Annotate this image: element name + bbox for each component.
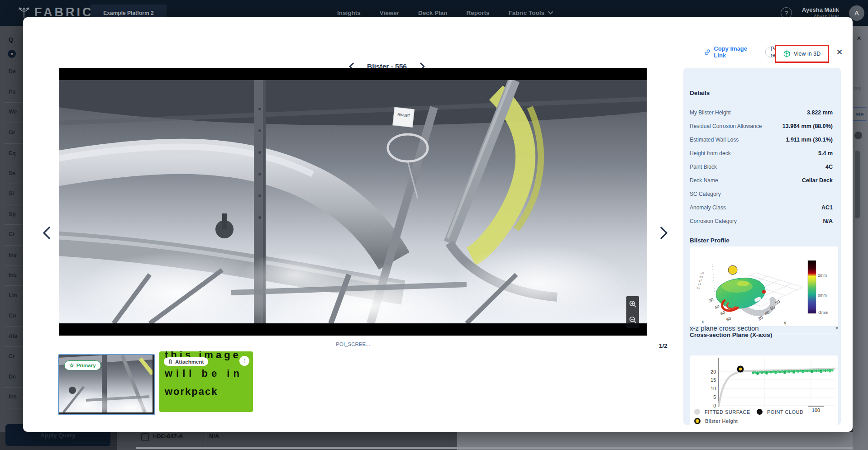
- svg-text:5: 5: [713, 394, 716, 400]
- colorbar-label: -2mm: [818, 310, 828, 315]
- sidebar-item[interactable]: Ci: [9, 231, 14, 237]
- svg-text:20: 20: [708, 297, 715, 303]
- primary-badge: ☆ Primary: [64, 360, 101, 370]
- table-row-id[interactable]: I-DC-647-A: [153, 433, 183, 440]
- sidebar-header: Q: [9, 36, 13, 43]
- user-name: Ayesha Malik: [802, 6, 839, 14]
- svg-text:15: 15: [711, 377, 716, 383]
- svg-text:10: 10: [711, 386, 716, 391]
- detail-value: 4C: [825, 164, 833, 170]
- svg-text:4.0: 4.0: [700, 272, 704, 275]
- colorbar-label: 2mm: [818, 273, 827, 278]
- detail-label: Height from deck: [690, 150, 731, 156]
- svg-text:0: 0: [713, 403, 716, 408]
- previous-image-button[interactable]: [42, 226, 52, 240]
- sidebar-item[interactable]: Cr: [9, 353, 15, 360]
- detail-label: Residual Corrosion Allowance: [690, 123, 762, 129]
- sidebar-item[interactable]: Ins: [9, 393, 17, 400]
- sidebar-item[interactable]: Ins: [9, 272, 17, 278]
- sidebar-item[interactable]: Co: [9, 313, 16, 319]
- background-sidebar: Q × De Pa We Gr Eq Se Si Sp Ci Ins Ins L…: [0, 26, 23, 450]
- svg-text:80: 80: [725, 316, 732, 322]
- row-checkbox[interactable]: [141, 433, 149, 441]
- image-page-indicator: 1/2: [659, 342, 668, 349]
- sidebar-item[interactable]: Gr: [9, 129, 15, 136]
- copy-image-link-button[interactable]: Copy Image Link: [704, 45, 759, 59]
- sidebar-item[interactable]: Ins: [9, 252, 17, 258]
- cross-section-plane-dropdown[interactable]: x-z plane cross section ▾: [690, 322, 838, 334]
- zoom-out-icon[interactable]: [629, 316, 637, 324]
- thumbnail-attachment[interactable]: this image will be in workpack Attachmen…: [159, 351, 253, 412]
- selected-plane: x-z plane cross section: [690, 324, 759, 332]
- svg-text:1.0: 1.0: [697, 283, 701, 286]
- legend-fitted-surface: FITTED SURFACE: [694, 409, 750, 415]
- nav-insights[interactable]: Insights: [337, 9, 361, 16]
- detail-value: 5.4 m: [818, 150, 833, 156]
- nav-viewer[interactable]: Viewer: [380, 9, 399, 16]
- detail-label: SC Category: [690, 191, 721, 197]
- detail-value: Cellar Deck: [802, 177, 833, 184]
- table-row-value: N/A: [209, 433, 219, 440]
- svg-text:2.0: 2.0: [698, 279, 702, 282]
- blister-detail-modal: Blister - 556 Copy Image Link Pending re…: [23, 17, 853, 432]
- background-table-strip: Apply Query I-DC-647-A N/A: [0, 432, 868, 450]
- detail-value: N/A: [823, 218, 833, 224]
- horizontal-scrollbar[interactable]: [136, 447, 860, 449]
- detail-value: 1.911 mm (30.1%): [786, 137, 833, 143]
- clear-filter-badge[interactable]: ×: [8, 50, 16, 58]
- background-right-edge: × cop ate: [853, 26, 868, 450]
- colorbar-label: 0mm: [818, 293, 827, 298]
- chevron-down-icon: [548, 11, 553, 14]
- close-modal-button[interactable]: ×: [836, 47, 843, 57]
- background-toggle-knob[interactable]: [854, 132, 862, 139]
- sidebar-item[interactable]: Pa: [9, 89, 15, 95]
- detail-label: Estimated Wall Loss: [690, 137, 739, 143]
- paperclip-icon: [168, 359, 173, 365]
- sidebar-item[interactable]: De: [9, 374, 16, 380]
- thumbnail-options-button[interactable]: ⋮: [239, 356, 249, 366]
- sidebar-item[interactable]: De: [9, 68, 16, 75]
- main-photo: RINJET: [59, 80, 647, 323]
- detail-value: 13.964 mm (88.0%): [782, 123, 833, 129]
- sidebar-item[interactable]: Sp: [9, 211, 16, 217]
- detail-value: 3.822 mm: [807, 109, 833, 116]
- legend-point-cloud: POINT CLOUD: [757, 409, 803, 415]
- cross-section-plot: 20 15 10 5 0: [690, 355, 838, 428]
- vertical-scrollbar[interactable]: [855, 151, 860, 218]
- blister-profile-chart[interactable]: 4.03.0 2.01.0 0.0 20: [690, 246, 838, 326]
- blister-profile-plot: 4.03.0 2.01.0 0.0 20: [690, 246, 838, 326]
- detail-label: Deck Name: [690, 177, 718, 184]
- rinjet-tag: RINJET: [393, 107, 415, 127]
- thumbnail-primary[interactable]: ☆ Primary: [58, 354, 155, 415]
- sidebar-item[interactable]: Si: [9, 190, 14, 197]
- svg-text:40: 40: [714, 303, 720, 310]
- nav-reports[interactable]: Reports: [467, 9, 490, 16]
- main-photo-viewport[interactable]: RINJET: [59, 68, 647, 336]
- details-panel: Details My Blister Height3.822 mm Residu…: [683, 68, 841, 425]
- fitted-surface-swatch: [694, 409, 700, 415]
- nav-fabric-tools[interactable]: Fabric Tools: [509, 9, 553, 16]
- sidebar-item[interactable]: Eq: [9, 150, 16, 156]
- blister-profile-heading: Blister Profile: [690, 237, 730, 244]
- detail-label: My Blister Height: [690, 109, 731, 116]
- caret-down-icon: ▾: [835, 325, 838, 331]
- sidebar-item[interactable]: Se: [9, 170, 15, 176]
- point-cloud-swatch: [757, 409, 763, 415]
- background-partial-button[interactable]: ate: [853, 107, 867, 121]
- nav-deck-plan[interactable]: Deck Plan: [418, 9, 448, 16]
- view-in-3d-button[interactable]: View in 3D: [775, 45, 829, 63]
- background-close-icon[interactable]: ×: [857, 34, 861, 43]
- legend-blister-height: Blister Height: [694, 418, 738, 424]
- platform-label: Example Platform 2: [103, 10, 153, 16]
- svg-text:3.0: 3.0: [699, 275, 703, 279]
- application-root: FABRIC Example Platform 2 Insights Viewe…: [0, 0, 868, 450]
- attachment-badge: Attachment: [164, 357, 208, 366]
- zoom-in-icon[interactable]: [629, 300, 637, 308]
- cross-section-chart[interactable]: 20 15 10 5 0: [690, 355, 838, 428]
- link-icon: [704, 49, 711, 56]
- image-filename[interactable]: POI_SCREE...: [290, 341, 416, 347]
- next-image-button[interactable]: [659, 226, 669, 240]
- sidebar-item[interactable]: We: [9, 109, 17, 115]
- sidebar-item[interactable]: Ala: [9, 333, 17, 339]
- sidebar-item[interactable]: Lin: [9, 292, 17, 298]
